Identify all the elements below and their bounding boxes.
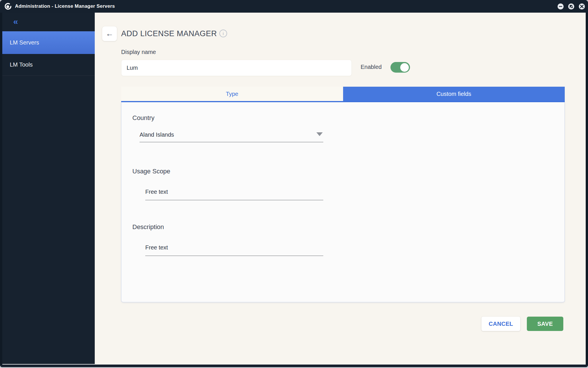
- titlebar: Administration - License Manager Servers: [0, 0, 588, 13]
- usage-scope-label: Usage Scope: [132, 168, 170, 175]
- back-button[interactable]: ←: [102, 26, 117, 41]
- save-button[interactable]: SAVE: [527, 317, 563, 331]
- window-bottom-frame: [0, 365, 588, 367]
- usage-scope-input[interactable]: Free text: [145, 189, 168, 195]
- sidebar-nav: LM Servers LM Tools: [2, 31, 95, 76]
- field-underline: [145, 200, 323, 200]
- maximize-icon[interactable]: [568, 3, 575, 10]
- display-name-label: Display name: [121, 49, 156, 55]
- tab-label: Custom fields: [436, 91, 471, 97]
- toggle-knob: [400, 63, 409, 72]
- back-arrow-icon: ←: [106, 30, 113, 38]
- sidebar-collapse-icon[interactable]: «: [13, 17, 25, 26]
- country-value: Aland Islands: [140, 131, 174, 138]
- main-content: ← ADD LICENSE MANAGER i Display name Ena…: [95, 13, 586, 365]
- description-input[interactable]: Free text: [145, 244, 168, 251]
- cancel-button[interactable]: CANCEL: [481, 317, 520, 331]
- enabled-label: Enabled: [361, 64, 382, 70]
- description-label: Description: [132, 223, 164, 231]
- tab-bar: Type Custom fields: [121, 87, 565, 101]
- tab-label: Type: [226, 91, 238, 97]
- tab-custom-fields[interactable]: Custom fields: [343, 87, 565, 101]
- close-icon[interactable]: [579, 3, 585, 10]
- minimize-icon[interactable]: [557, 3, 564, 10]
- enabled-toggle[interactable]: [390, 62, 410, 73]
- field-underline: [145, 255, 323, 256]
- field-underline: [140, 142, 323, 142]
- info-icon[interactable]: i: [219, 30, 227, 37]
- sidebar-item-lm-servers[interactable]: LM Servers: [2, 31, 95, 54]
- app-logo-swirl-icon: [4, 3, 12, 10]
- sidebar-item-lm-tools[interactable]: LM Tools: [2, 54, 95, 76]
- country-label: Country: [132, 114, 154, 122]
- display-name-input[interactable]: [121, 60, 352, 76]
- page-title: ADD LICENSE MANAGER: [121, 29, 217, 38]
- window-controls: [557, 0, 585, 13]
- sidebar-item-label: LM Servers: [10, 39, 39, 46]
- sidebar: « LM Servers LM Tools: [2, 13, 95, 364]
- window-title: Administration - License Manager Servers: [15, 3, 115, 9]
- sidebar-item-label: LM Tools: [10, 61, 33, 68]
- tab-type[interactable]: Type: [121, 87, 343, 101]
- app-window: Administration - License Manager Servers…: [0, 0, 588, 367]
- custom-fields-panel: Country Aland Islands Usage Scope Free t…: [121, 102, 565, 302]
- chevron-down-icon: [316, 132, 323, 136]
